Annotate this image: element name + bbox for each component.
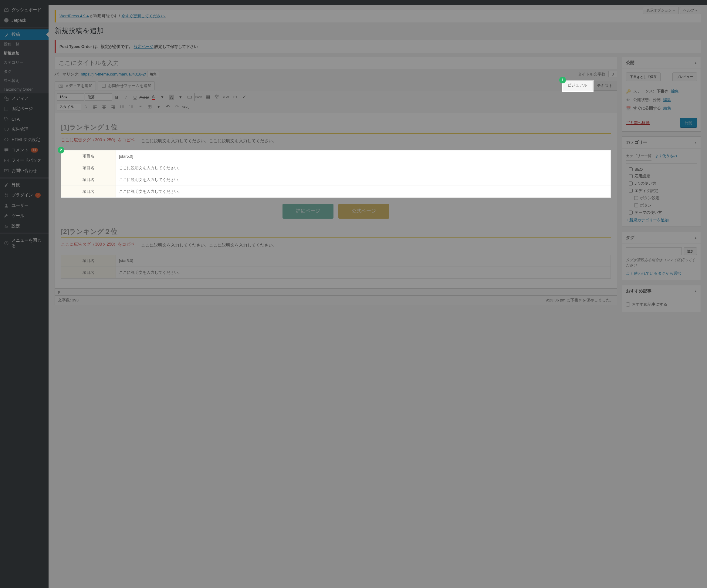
italic-button[interactable]: I	[122, 93, 130, 101]
sidebar-collapse[interactable]: メニューを閉じる	[0, 235, 48, 251]
text-color-picker[interactable]: ▾	[158, 93, 167, 101]
text-color-button[interactable]: A	[149, 93, 158, 101]
category-item[interactable]: SEO	[629, 166, 694, 173]
recommend-checkbox[interactable]	[626, 302, 630, 307]
ul-button[interactable]	[118, 103, 127, 111]
sidebar-tools[interactable]: ツール	[0, 211, 48, 221]
tab-text[interactable]: テキスト	[592, 81, 617, 91]
sidebar-comments[interactable]: コメント14	[0, 145, 48, 155]
schedule-edit-link[interactable]: 編集	[663, 106, 671, 111]
bold-button[interactable]: B	[112, 93, 121, 101]
rank-button[interactable]: RANK	[195, 93, 203, 101]
style-select[interactable]: スタイル	[57, 103, 81, 110]
check-button[interactable]: ✓	[240, 93, 248, 101]
permalink-edit-button[interactable]: 編集	[147, 71, 159, 77]
category-item[interactable]: エディタ設定	[629, 187, 694, 194]
sidebar-posts-tag[interactable]: タグ	[0, 67, 48, 76]
tab-visual[interactable]: ビジュアル	[564, 81, 592, 91]
sidebar-appearance[interactable]: 外観	[0, 180, 48, 190]
sidebar-posts-tax[interactable]: Taxonomy Order	[0, 85, 48, 94]
underline-button[interactable]: U	[131, 93, 139, 101]
preview-button[interactable]: プレビュー	[672, 72, 697, 81]
undo-button[interactable]: ↶	[164, 103, 172, 111]
table-dropdown[interactable]: ▾	[155, 103, 163, 111]
category-panel-header[interactable]: カテゴリー	[622, 137, 701, 149]
align-left-button[interactable]	[91, 103, 99, 111]
sidebar-htmltag[interactable]: HTMLタグ設定	[0, 135, 48, 145]
box-button[interactable]	[231, 93, 239, 101]
align-right-button[interactable]	[109, 103, 117, 111]
table-menu-button[interactable]	[145, 103, 154, 111]
sidebar-posts-cat[interactable]: カテゴリー	[0, 58, 48, 67]
category-item[interactable]: JINの使い方	[629, 180, 694, 187]
category-item[interactable]: ボタン	[629, 201, 694, 209]
sidebar-posts[interactable]: 投稿	[0, 29, 48, 40]
category-item[interactable]: テーマの使い方	[629, 209, 694, 215]
editor-body[interactable]: [1]ランキング１位 ここに広告タグ（300 x 250）をコピペ ここに説明文…	[55, 113, 617, 289]
sidebar-posts-sort[interactable]: 並べ替え	[0, 76, 48, 85]
sidebar-pages[interactable]: 固定ページ	[0, 104, 48, 114]
sidebar-cta[interactable]: CTA	[0, 114, 48, 124]
official-page-button[interactable]: 公式ページ	[338, 204, 389, 219]
table-button[interactable]	[204, 93, 212, 101]
ad-tag-placeholder-2: ここに広告タグ（300 x 250）をコピペ	[61, 242, 135, 248]
detail-page-button[interactable]: 詳細ページ	[282, 204, 334, 219]
sidebar-media[interactable]: メディア	[0, 94, 48, 104]
spellcheck-button[interactable]: ABC✓	[182, 103, 190, 111]
save-draft-button[interactable]: 下書きとして保存	[626, 72, 661, 81]
trash-link[interactable]: ゴミ箱へ移動	[626, 120, 650, 125]
visibility-edit-link[interactable]: 編集	[663, 97, 671, 103]
category-list[interactable]: SEO応用設定JINの使い方エディタ設定ボタン設定ボタンテーマの使い方デザイン設…	[626, 163, 697, 215]
autosave-msg: 9:23:36 pm に下書きを保存しました。	[546, 297, 614, 303]
pto-settings-link[interactable]: 設定ページ	[134, 44, 154, 49]
format-select[interactable]: 段落	[85, 94, 112, 101]
align-center-button[interactable]	[100, 103, 108, 111]
sidebar-feedback[interactable]: フィードバック	[0, 155, 48, 166]
permalink-url[interactable]: https://jin-theme.com/manual/4018-2/	[81, 72, 146, 76]
sidebar-users[interactable]: ユーザー	[0, 200, 48, 211]
bg-color-button[interactable]: A	[167, 93, 176, 101]
tag-add-button[interactable]: 追加	[684, 248, 697, 255]
category-item[interactable]: ボタン設定	[629, 194, 694, 201]
tag-freq-link[interactable]: よく使われているタグから選択	[626, 271, 681, 275]
bg-color-picker[interactable]: ▾	[176, 93, 185, 101]
table-row: 項目名ここに説明文を入力してください。	[61, 266, 611, 279]
sidebar-dashboard[interactable]: ダッシュボード	[0, 5, 48, 15]
add-media-button[interactable]: メディアを追加	[55, 81, 96, 90]
add-category-link[interactable]: + 新規カテゴリーを追加	[626, 218, 669, 222]
category-item[interactable]: 応用設定	[629, 173, 694, 180]
sidebar-settings[interactable]: 設定	[0, 221, 48, 231]
add-contact-form-button[interactable]: お問合せフォームを追加	[98, 81, 155, 90]
button-insert[interactable]: ボタン	[213, 93, 221, 101]
sidebar-plugins[interactable]: プラグイン7	[0, 190, 48, 200]
sidebar-posts-list[interactable]: 投稿一覧	[0, 40, 48, 49]
tag-input[interactable]	[626, 248, 682, 255]
sidebar-ads[interactable]: 広告管理	[0, 124, 48, 135]
strike-button[interactable]: ABC	[140, 93, 148, 101]
recommend-checkbox-row[interactable]: おすすめ記事にする	[626, 301, 697, 308]
post-title-input[interactable]	[55, 57, 617, 69]
tag-panel-header[interactable]: タグ	[622, 232, 701, 244]
wp-update-link[interactable]: 今すぐ更新してください	[122, 14, 165, 18]
status-edit-link[interactable]: 編集	[671, 88, 679, 94]
sidebar-jetpack[interactable]: Jetpack	[0, 15, 48, 26]
font-size-select[interactable]: 16px	[57, 94, 84, 101]
sidebar-contact[interactable]: お問い合わせ	[0, 166, 48, 176]
plug-icon	[4, 192, 9, 198]
chat-button[interactable]: CHAT	[222, 93, 230, 101]
cat-tab-all[interactable]: カテゴリー一覧	[626, 152, 651, 161]
redo-button[interactable]: ↷	[173, 103, 181, 111]
sidebar-posts-new[interactable]: 新規追加	[0, 49, 48, 58]
keyboard-button[interactable]	[186, 93, 194, 101]
ol-button[interactable]: 1	[127, 103, 136, 111]
wp-version-link[interactable]: WordPress 4.9.4	[60, 14, 89, 18]
screen-options-button[interactable]: 表示オプション	[643, 7, 678, 14]
publish-panel-header[interactable]: 公開	[622, 57, 701, 69]
cat-tab-freq[interactable]: よく使うもの	[655, 152, 677, 161]
publish-button[interactable]: 公開	[680, 118, 697, 128]
link-button[interactable]	[81, 103, 90, 111]
quote-button[interactable]: “	[136, 103, 145, 111]
rank1-table: 項目名[star5.0] 項目名ここに説明文を入力してください。 項目名ここに説…	[61, 150, 611, 198]
recommend-panel-header[interactable]: おすすめ記事	[622, 285, 701, 297]
help-button[interactable]: ヘルプ	[680, 7, 701, 14]
